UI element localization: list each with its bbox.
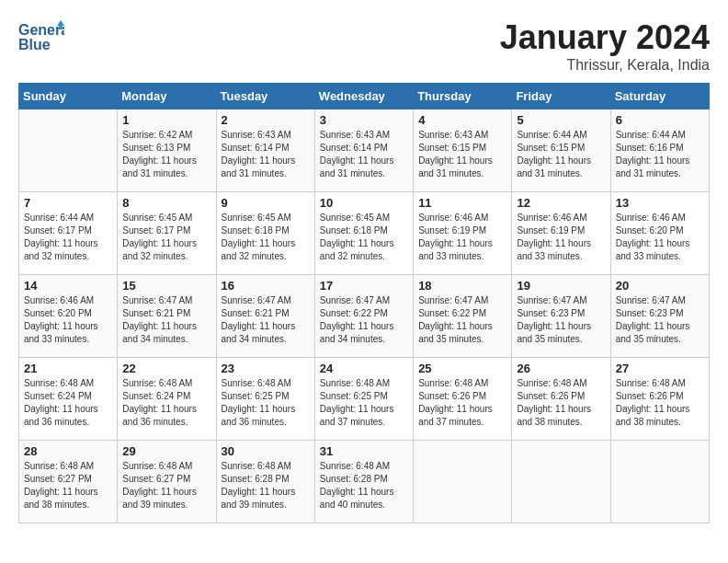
svg-text:General: General xyxy=(18,22,64,38)
calendar-body: 1Sunrise: 6:42 AM Sunset: 6:13 PM Daylig… xyxy=(19,109,710,523)
day-info: Sunrise: 6:47 AM Sunset: 6:21 PM Dayligh… xyxy=(122,294,210,346)
calendar-cell: 12Sunrise: 6:46 AM Sunset: 6:19 PM Dayli… xyxy=(512,192,610,275)
calendar-cell: 16Sunrise: 6:47 AM Sunset: 6:21 PM Dayli… xyxy=(216,275,314,358)
calendar-cell: 3Sunrise: 6:43 AM Sunset: 6:14 PM Daylig… xyxy=(314,109,413,192)
column-header-wednesday: Wednesday xyxy=(314,84,413,109)
calendar-cell: 15Sunrise: 6:47 AM Sunset: 6:21 PM Dayli… xyxy=(118,275,216,358)
logo: General Blue xyxy=(18,18,64,55)
calendar-cell: 17Sunrise: 6:47 AM Sunset: 6:22 PM Dayli… xyxy=(314,275,413,358)
day-info: Sunrise: 6:48 AM Sunset: 6:27 PM Dayligh… xyxy=(122,460,210,511)
svg-text:Blue: Blue xyxy=(18,37,51,52)
day-info: Sunrise: 6:45 AM Sunset: 6:18 PM Dayligh… xyxy=(222,212,310,263)
day-number: 12 xyxy=(517,196,605,210)
column-header-tuesday: Tuesday xyxy=(216,84,314,109)
day-number: 20 xyxy=(616,279,704,293)
day-number: 11 xyxy=(418,196,506,210)
day-info: Sunrise: 6:48 AM Sunset: 6:27 PM Dayligh… xyxy=(24,460,112,511)
day-number: 17 xyxy=(320,279,408,293)
column-header-sunday: Sunday xyxy=(19,84,118,109)
calendar-cell: 26Sunrise: 6:48 AM Sunset: 6:26 PM Dayli… xyxy=(512,358,610,441)
calendar-cell: 13Sunrise: 6:46 AM Sunset: 6:20 PM Dayli… xyxy=(610,192,709,275)
logo-icon: General Blue xyxy=(18,18,64,55)
day-number: 7 xyxy=(24,196,112,210)
week-row-1: 1Sunrise: 6:42 AM Sunset: 6:13 PM Daylig… xyxy=(19,109,710,192)
day-info: Sunrise: 6:46 AM Sunset: 6:20 PM Dayligh… xyxy=(616,212,704,263)
day-info: Sunrise: 6:47 AM Sunset: 6:22 PM Dayligh… xyxy=(418,294,506,346)
calendar-cell: 23Sunrise: 6:48 AM Sunset: 6:25 PM Dayli… xyxy=(216,358,314,441)
calendar-cell: 14Sunrise: 6:46 AM Sunset: 6:20 PM Dayli… xyxy=(19,275,118,358)
day-info: Sunrise: 6:44 AM Sunset: 6:15 PM Dayligh… xyxy=(517,129,605,180)
day-info: Sunrise: 6:44 AM Sunset: 6:17 PM Dayligh… xyxy=(24,212,112,263)
day-info: Sunrise: 6:44 AM Sunset: 6:16 PM Dayligh… xyxy=(616,129,704,180)
day-number: 2 xyxy=(222,113,310,127)
day-info: Sunrise: 6:48 AM Sunset: 6:24 PM Dayligh… xyxy=(122,377,210,429)
day-info: Sunrise: 6:48 AM Sunset: 6:26 PM Dayligh… xyxy=(616,377,704,429)
week-row-3: 14Sunrise: 6:46 AM Sunset: 6:20 PM Dayli… xyxy=(19,275,710,358)
day-number: 31 xyxy=(320,444,408,458)
calendar-cell: 6Sunrise: 6:44 AM Sunset: 6:16 PM Daylig… xyxy=(610,109,709,192)
day-number: 6 xyxy=(616,113,704,127)
calendar-cell xyxy=(512,441,610,523)
day-number: 21 xyxy=(24,362,112,375)
column-header-thursday: Thursday xyxy=(414,84,512,109)
calendar-cell: 27Sunrise: 6:48 AM Sunset: 6:26 PM Dayli… xyxy=(610,358,709,441)
day-info: Sunrise: 6:48 AM Sunset: 6:25 PM Dayligh… xyxy=(320,377,408,429)
day-info: Sunrise: 6:46 AM Sunset: 6:20 PM Dayligh… xyxy=(24,294,112,346)
calendar-cell: 30Sunrise: 6:48 AM Sunset: 6:28 PM Dayli… xyxy=(216,441,314,523)
day-info: Sunrise: 6:48 AM Sunset: 6:28 PM Dayligh… xyxy=(222,460,310,511)
month-year: January 2024 xyxy=(500,18,710,57)
day-info: Sunrise: 6:43 AM Sunset: 6:14 PM Dayligh… xyxy=(222,129,310,180)
calendar-cell: 20Sunrise: 6:47 AM Sunset: 6:23 PM Dayli… xyxy=(610,275,709,358)
calendar-cell xyxy=(610,441,709,523)
location: Thrissur, Kerala, India xyxy=(500,57,710,74)
day-number: 29 xyxy=(122,444,210,458)
day-number: 15 xyxy=(122,279,210,293)
header-row: SundayMondayTuesdayWednesdayThursdayFrid… xyxy=(19,84,710,109)
calendar-cell: 5Sunrise: 6:44 AM Sunset: 6:15 PM Daylig… xyxy=(512,109,610,192)
day-number: 23 xyxy=(222,362,310,375)
calendar-cell: 7Sunrise: 6:44 AM Sunset: 6:17 PM Daylig… xyxy=(19,192,118,275)
calendar-table: SundayMondayTuesdayWednesdayThursdayFrid… xyxy=(18,83,710,523)
calendar-cell: 28Sunrise: 6:48 AM Sunset: 6:27 PM Dayli… xyxy=(19,441,118,523)
day-number: 26 xyxy=(517,362,605,375)
calendar-cell: 18Sunrise: 6:47 AM Sunset: 6:22 PM Dayli… xyxy=(414,275,512,358)
day-number: 27 xyxy=(616,362,704,375)
day-info: Sunrise: 6:48 AM Sunset: 6:26 PM Dayligh… xyxy=(517,377,605,429)
page-header: General Blue January 2024 Thrissur, Kera… xyxy=(18,18,710,74)
column-header-friday: Friday xyxy=(512,84,610,109)
day-info: Sunrise: 6:47 AM Sunset: 6:23 PM Dayligh… xyxy=(517,294,605,346)
week-row-2: 7Sunrise: 6:44 AM Sunset: 6:17 PM Daylig… xyxy=(19,192,710,275)
week-row-4: 21Sunrise: 6:48 AM Sunset: 6:24 PM Dayli… xyxy=(19,358,710,441)
calendar-cell xyxy=(19,109,118,192)
day-number: 4 xyxy=(418,113,506,127)
calendar-cell: 4Sunrise: 6:43 AM Sunset: 6:15 PM Daylig… xyxy=(414,109,512,192)
day-number: 19 xyxy=(517,279,605,293)
day-info: Sunrise: 6:48 AM Sunset: 6:24 PM Dayligh… xyxy=(24,377,112,429)
column-header-saturday: Saturday xyxy=(610,84,709,109)
calendar-cell: 9Sunrise: 6:45 AM Sunset: 6:18 PM Daylig… xyxy=(216,192,314,275)
calendar-cell: 11Sunrise: 6:46 AM Sunset: 6:19 PM Dayli… xyxy=(414,192,512,275)
day-number: 28 xyxy=(24,444,112,458)
calendar-cell: 21Sunrise: 6:48 AM Sunset: 6:24 PM Dayli… xyxy=(19,358,118,441)
day-number: 8 xyxy=(122,196,210,210)
day-number: 13 xyxy=(616,196,704,210)
calendar-cell: 1Sunrise: 6:42 AM Sunset: 6:13 PM Daylig… xyxy=(118,109,216,192)
day-info: Sunrise: 6:48 AM Sunset: 6:28 PM Dayligh… xyxy=(320,460,408,511)
day-info: Sunrise: 6:46 AM Sunset: 6:19 PM Dayligh… xyxy=(517,212,605,263)
day-info: Sunrise: 6:43 AM Sunset: 6:14 PM Dayligh… xyxy=(320,129,408,180)
calendar-cell xyxy=(414,441,512,523)
day-number: 9 xyxy=(222,196,310,210)
day-number: 25 xyxy=(418,362,506,375)
day-number: 1 xyxy=(122,113,210,127)
day-number: 3 xyxy=(320,113,408,127)
day-info: Sunrise: 6:45 AM Sunset: 6:18 PM Dayligh… xyxy=(320,212,408,263)
calendar-cell: 31Sunrise: 6:48 AM Sunset: 6:28 PM Dayli… xyxy=(314,441,413,523)
day-info: Sunrise: 6:42 AM Sunset: 6:13 PM Dayligh… xyxy=(122,129,210,180)
day-info: Sunrise: 6:47 AM Sunset: 6:21 PM Dayligh… xyxy=(222,294,310,346)
day-number: 5 xyxy=(517,113,605,127)
day-info: Sunrise: 6:48 AM Sunset: 6:25 PM Dayligh… xyxy=(222,377,310,429)
day-info: Sunrise: 6:48 AM Sunset: 6:26 PM Dayligh… xyxy=(418,377,506,429)
calendar-cell: 22Sunrise: 6:48 AM Sunset: 6:24 PM Dayli… xyxy=(118,358,216,441)
calendar-cell: 25Sunrise: 6:48 AM Sunset: 6:26 PM Dayli… xyxy=(414,358,512,441)
day-number: 30 xyxy=(222,444,310,458)
